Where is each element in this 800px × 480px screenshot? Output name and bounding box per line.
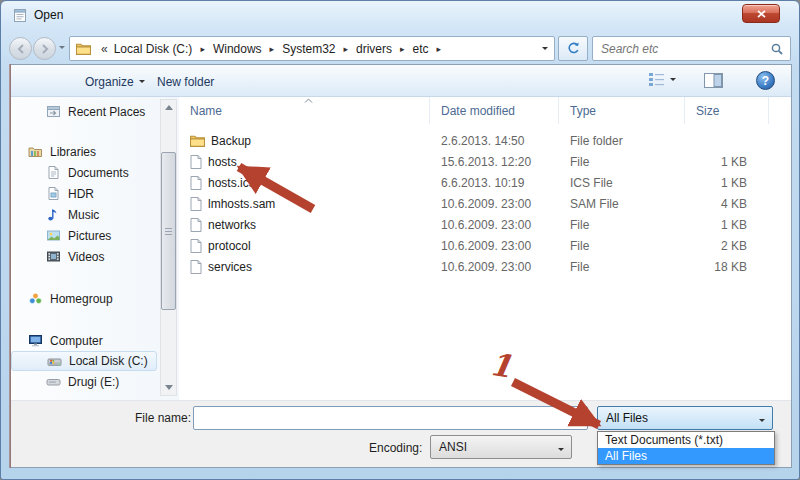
file-date: 2.6.2013. 14:50 <box>430 134 559 148</box>
file-date: 10.6.2009. 23:00 <box>430 239 559 253</box>
sidebar-item-hdr[interactable]: HDR <box>11 183 179 204</box>
file-icon <box>190 239 202 253</box>
command-bar: Organize New folder <box>11 65 791 97</box>
breadcrumb-separator[interactable]: ▸ <box>194 44 211 54</box>
file-date: 6.6.2013. 10:19 <box>430 176 559 190</box>
breadcrumb-separator[interactable]: ▸ <box>264 44 281 54</box>
file-type: ICS File <box>559 176 685 190</box>
preview-pane-icon <box>704 73 723 88</box>
forward-button[interactable] <box>33 37 56 60</box>
folder-icon <box>190 134 205 147</box>
breadcrumb-system32[interactable]: System32 <box>280 42 337 56</box>
file-type: File <box>559 155 685 169</box>
file-type-combo[interactable]: All Files <box>597 406 773 430</box>
open-dialog: Open « Local Disk (C:) ▸ Windows ▸ Syste… <box>0 0 800 480</box>
help-button[interactable]: ? <box>756 71 775 90</box>
file-name: services <box>208 260 252 274</box>
file-row-lmhosts-sam[interactable]: lmhosts.sam 10.6.2009. 23:00 SAM File 4 … <box>179 193 791 214</box>
file-name-dropdown-icon[interactable] <box>574 411 587 425</box>
breadcrumb-etc[interactable]: etc <box>411 42 431 56</box>
dialog-body: Recent Places Libraries <box>11 97 791 402</box>
sidebar-item-documents[interactable]: Documents <box>11 162 179 183</box>
sidebar-item-drugi-e[interactable]: Drugi (E:) <box>11 371 179 392</box>
address-dropdown-icon[interactable] <box>542 47 548 50</box>
sidebar-item-label: HDR <box>68 187 94 201</box>
change-view-button[interactable] <box>648 72 676 86</box>
file-row-backup[interactable]: Backup 2.6.2013. 14:50 File folder <box>179 130 791 151</box>
file-row-services[interactable]: services 10.6.2009. 23:00 File 18 KB <box>179 256 791 277</box>
file-type: File <box>559 260 685 274</box>
title-bar[interactable]: Open <box>1 1 799 29</box>
search-box[interactable] <box>592 36 791 61</box>
back-button[interactable] <box>9 37 32 60</box>
encoding-dropdown-icon[interactable] <box>558 440 571 454</box>
navigation-list: Recent Places Libraries <box>11 97 179 392</box>
sidebar-item-music[interactable]: Music <box>11 204 179 225</box>
navigation-pane: Recent Places Libraries <box>11 97 179 402</box>
close-button[interactable] <box>742 4 780 23</box>
help-icon: ? <box>762 74 769 88</box>
sidebar-item-label: Documents <box>68 166 129 180</box>
file-name-combo[interactable] <box>193 406 588 430</box>
file-icon <box>190 197 202 211</box>
scroll-down-icon[interactable] <box>161 380 176 395</box>
sidebar-item-recent-places[interactable]: Recent Places <box>11 101 179 122</box>
file-type-value: All Files <box>598 411 759 425</box>
file-date: 10.6.2009. 23:00 <box>430 218 559 232</box>
sidebar-item-label: Pictures <box>68 229 111 243</box>
breadcrumb-separator[interactable]: ▸ <box>431 44 448 54</box>
search-input[interactable] <box>593 42 770 56</box>
filetype-option-all-files[interactable]: All Files <box>598 448 774 464</box>
file-row-hosts[interactable]: hosts 15.6.2013. 12:20 File 1 KB <box>179 151 791 172</box>
encoding-combo[interactable]: ANSI <box>430 435 572 459</box>
file-row-hosts-ics[interactable]: hosts.ics 6.6.2013. 10:19 ICS File 1 KB <box>179 172 791 193</box>
refresh-icon <box>566 41 581 56</box>
breadcrumb-overflow[interactable]: « <box>97 42 112 56</box>
file-type: File <box>559 218 685 232</box>
column-header-date-modified[interactable]: Date modified <box>430 97 559 124</box>
breadcrumb-drivers[interactable]: drivers <box>354 42 394 56</box>
file-icon <box>190 218 202 232</box>
window-title: Open <box>34 8 63 22</box>
column-headers: Name Date modified Type Size <box>179 97 791 124</box>
file-row-protocol[interactable]: protocol 10.6.2009. 23:00 File 2 KB <box>179 235 791 256</box>
organize-button[interactable]: Organize <box>81 72 149 91</box>
sidebar-item-pictures[interactable]: Pictures <box>11 225 179 246</box>
breadcrumb-local-disk[interactable]: Local Disk (C:) <box>112 42 195 56</box>
recent-pages-dropdown-icon[interactable] <box>59 46 65 49</box>
file-icon <box>190 260 202 274</box>
file-size: 2 KB <box>685 239 769 253</box>
file-type-dropdown-list: Text Documents (*.txt) All Files <box>597 431 775 465</box>
file-type: File folder <box>559 134 685 148</box>
column-header-size[interactable]: Size <box>685 97 769 124</box>
sidebar-item-local-disk-c[interactable]: Local Disk (C:) <box>11 351 157 371</box>
folder-icon <box>76 42 91 55</box>
sidebar-item-libraries[interactable]: Libraries <box>11 141 179 162</box>
breadcrumb-separator[interactable]: ▸ <box>337 44 354 54</box>
breadcrumb-windows[interactable]: Windows <box>211 42 264 56</box>
file-type: SAM File <box>559 197 685 211</box>
scroll-up-icon[interactable] <box>161 100 176 115</box>
file-size: 18 KB <box>685 260 769 274</box>
column-header-name[interactable]: Name <box>179 97 430 124</box>
sidebar-item-homegroup[interactable]: Homegroup <box>11 288 179 309</box>
file-row-networks[interactable]: networks 10.6.2009. 23:00 File 1 KB <box>179 214 791 235</box>
sidebar-item-computer[interactable]: Computer <box>11 330 179 351</box>
file-name-input[interactable] <box>194 411 574 425</box>
file-type-dropdown-icon[interactable] <box>759 411 772 425</box>
preview-pane-button[interactable] <box>704 73 723 91</box>
chevron-down-icon <box>670 78 676 81</box>
music-icon <box>46 207 61 222</box>
scrollbar-thumb[interactable] <box>161 152 176 310</box>
file-name: protocol <box>208 239 251 253</box>
search-icon[interactable] <box>770 42 784 56</box>
refresh-button[interactable] <box>558 36 588 61</box>
sidebar-scrollbar[interactable] <box>160 99 177 396</box>
encoding-label: Encoding: <box>369 441 422 455</box>
new-folder-button[interactable]: New folder <box>153 72 218 91</box>
address-bar[interactable]: « Local Disk (C:) ▸ Windows ▸ System32 ▸… <box>69 36 555 61</box>
breadcrumb-separator[interactable]: ▸ <box>394 44 411 54</box>
column-header-type[interactable]: Type <box>559 97 685 124</box>
filetype-option-text-documents[interactable]: Text Documents (*.txt) <box>598 432 774 448</box>
sidebar-item-videos[interactable]: Videos <box>11 246 179 267</box>
